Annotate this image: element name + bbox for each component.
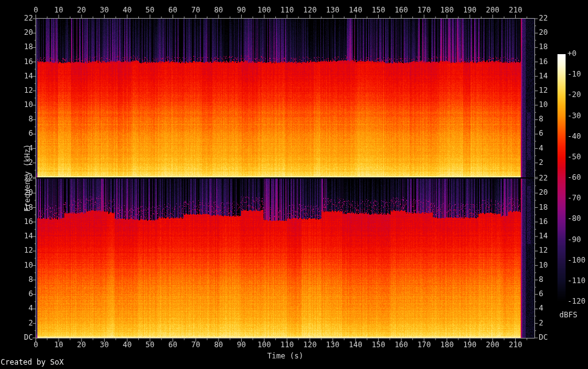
y-tick-label-left: 14 — [12, 72, 33, 80]
y-tick-label-left: 6 — [12, 129, 33, 138]
x-tick-label-top: 140 — [349, 6, 363, 14]
y-tick-label-right: 16 — [539, 58, 548, 66]
y-tick-label-left: 10 — [12, 101, 33, 109]
y-tick-label-right: 16 — [539, 218, 548, 226]
y-tick-label-right: 18 — [539, 203, 548, 212]
y-tick-label-left: 16 — [12, 58, 33, 66]
y-tick-label-right: 14 — [539, 72, 548, 80]
x-tick-label-bottom: 100 — [257, 341, 271, 349]
colorbar-tick-label: -100 — [567, 256, 586, 264]
credit-text: Created by SoX — [1, 358, 64, 367]
x-tick-label-top: 100 — [257, 6, 271, 14]
y-tick-label-right: 2 — [539, 159, 543, 167]
y-tick-label-left: 18 — [12, 43, 33, 51]
x-tick-label-bottom: 180 — [440, 341, 454, 349]
y-tick-label-right: 20 — [539, 189, 548, 197]
x-tick-label-top: 80 — [214, 6, 223, 14]
x-tick-label-top: 160 — [394, 6, 408, 14]
x-tick-label-bottom: 40 — [123, 341, 131, 349]
y-tick-label-left: 2 — [12, 319, 33, 327]
x-tick-label-bottom: 30 — [100, 341, 108, 349]
y-tick-label-left: 14 — [12, 232, 33, 240]
colorbar-tick-label: -80 — [567, 215, 581, 223]
colorbar-tick-label: -110 — [567, 277, 586, 285]
x-tick-label-top: 200 — [486, 6, 500, 14]
y-tick-label-right: 4 — [539, 304, 543, 312]
x-tick-label-bottom: 160 — [394, 341, 408, 349]
x-tick-label-bottom: 150 — [372, 341, 386, 349]
x-tick-label-bottom: 10 — [54, 341, 63, 349]
y-tick-label-left: 18 — [12, 203, 33, 212]
y-tick-label-right: 10 — [539, 261, 548, 269]
x-tick-label-top: 90 — [237, 6, 245, 14]
x-tick-label-bottom: 200 — [486, 341, 500, 349]
colorbar-tick-label: -70 — [567, 194, 581, 202]
y-tick-label-right: 12 — [539, 86, 548, 95]
y-tick-label-left: 6 — [12, 290, 33, 298]
y-tick-label-left: 20 — [12, 189, 33, 197]
y-tick-label-left: 4 — [12, 144, 33, 152]
y-tick-label-left: 12 — [12, 86, 33, 95]
x-tick-label-top: 190 — [463, 6, 477, 14]
y-tick-label-left: 20 — [12, 29, 33, 37]
x-tick-label-top: 50 — [146, 6, 154, 14]
x-tick-label-top: 10 — [54, 6, 63, 14]
x-tick-label-top: 60 — [168, 6, 177, 14]
x-tick-label-top: 0 — [34, 6, 38, 14]
colorbar-tick-label: +0 — [567, 50, 576, 58]
x-tick-label-top: 150 — [372, 6, 386, 14]
x-tick-label-bottom: 90 — [237, 341, 245, 349]
sox-spectrogram-window: Frequency (kHz) Time (s) dBFS Created by… — [0, 0, 588, 369]
x-tick-label-bottom: 190 — [463, 341, 477, 349]
y-tick-label-right: 2 — [539, 319, 543, 327]
x-tick-label-top: 70 — [191, 6, 200, 14]
y-tick-label-dc-left: DC — [12, 334, 33, 342]
y-tick-label-left: 4 — [12, 304, 33, 312]
y-tick-label-left: 10 — [12, 261, 33, 269]
y-tick-label-right: 14 — [539, 232, 548, 240]
y-tick-label-right: 20 — [539, 29, 548, 37]
colorbar-tick-label: -90 — [567, 236, 581, 244]
y-tick-label-right: 8 — [539, 276, 543, 284]
x-tick-label-bottom: 120 — [303, 341, 317, 349]
y-tick-label-left: 8 — [12, 115, 33, 123]
x-tick-label-top: 120 — [303, 6, 317, 14]
x-tick-label-bottom: 0 — [34, 341, 38, 349]
y-tick-label-dc-right: DC — [539, 334, 548, 342]
x-tick-label-bottom: 50 — [146, 341, 154, 349]
x-tick-label-bottom: 70 — [191, 341, 200, 349]
colorbar-unit-label: dBFS — [559, 311, 577, 319]
colorbar-tick-label: -10 — [567, 70, 581, 78]
x-tick-label-top: 180 — [440, 6, 454, 14]
x-tick-label-top: 30 — [100, 6, 108, 14]
x-tick-label-bottom: 80 — [214, 341, 223, 349]
x-tick-label-top: 130 — [326, 6, 339, 14]
y-tick-label-right: 6 — [539, 129, 543, 138]
colorbar-tick-label: -50 — [567, 153, 581, 161]
colorbar-tick-label: -20 — [567, 91, 581, 99]
y-tick-label-left: 22 — [12, 174, 33, 182]
spectrogram-channel-1 — [36, 19, 534, 177]
y-tick-label-left: 8 — [12, 276, 33, 284]
y-tick-label-right: 18 — [539, 43, 548, 51]
x-tick-label-bottom: 110 — [280, 341, 294, 349]
y-tick-label-left: 12 — [12, 246, 33, 255]
x-tick-label-bottom: 170 — [417, 341, 431, 349]
y-tick-label-right: 22 — [539, 174, 548, 182]
x-tick-label-bottom: 130 — [326, 341, 339, 349]
x-tick-label-bottom: 60 — [168, 341, 177, 349]
x-tick-label-bottom: 20 — [77, 341, 86, 349]
y-tick-label-left: 2 — [12, 159, 33, 167]
y-tick-label-right: 8 — [539, 115, 543, 123]
y-tick-label-right: 10 — [539, 101, 548, 109]
colorbar-tick-label: -40 — [567, 133, 581, 141]
x-tick-label-top: 210 — [509, 6, 523, 14]
x-tick-label-top: 170 — [417, 6, 431, 14]
colorbar-tick-label: -60 — [567, 174, 581, 182]
x-tick-label-bottom: 210 — [509, 341, 523, 349]
dbfs-colorbar — [557, 54, 566, 302]
x-tick-label-bottom: 140 — [349, 341, 363, 349]
colorbar-tick-label: -120 — [567, 297, 586, 306]
x-tick-label-top: 20 — [77, 6, 86, 14]
x-axis-title: Time (s) — [267, 352, 303, 360]
